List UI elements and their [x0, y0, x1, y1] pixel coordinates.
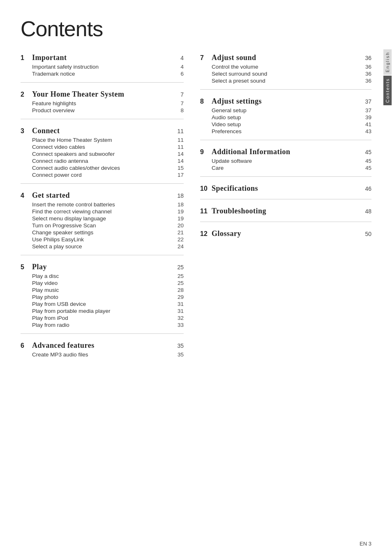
subsection-title: Video setup	[212, 121, 241, 127]
subsection-row: Connect audio cables/other devices15	[21, 164, 184, 171]
section-4: 4Get started18Insert the remote control …	[21, 191, 184, 255]
section-number: 5	[21, 264, 30, 271]
section-header-row: 7Adjust sound36	[200, 53, 371, 62]
subsection-title: Play from portable media player	[32, 308, 111, 314]
section-page: 11	[173, 128, 184, 134]
section-number: 1	[21, 54, 30, 62]
section-page: 37	[361, 98, 371, 105]
subsection-page: 29	[173, 294, 184, 300]
columns-wrapper: 1Important4Important safety instruction4…	[21, 53, 371, 539]
section-title: Additional Information	[212, 148, 361, 156]
subsection-page: 7	[173, 100, 184, 106]
subsection-row: Play from portable media player31	[21, 308, 184, 314]
subsection-row: Play a disc25	[21, 273, 184, 280]
section-header-row: 4Get started18	[21, 191, 184, 200]
subsection-title: Use Philips EasyLink	[32, 236, 84, 243]
section-title: Get started	[32, 191, 173, 200]
subsection-page: 41	[361, 121, 371, 127]
subsection-page: 33	[173, 322, 184, 328]
section-10: 10Specifications46	[200, 184, 371, 199]
subsection-page: 6	[173, 71, 184, 77]
subsection-page: 15	[173, 165, 184, 171]
subsection-page: 11	[173, 144, 184, 150]
subsection-row: General setup37	[200, 107, 371, 114]
subsection-row: Control the volume36	[200, 63, 371, 70]
section-8: 8Adjust settings37General setup37Audio s…	[200, 97, 371, 140]
subsection-title: Select a preset sound	[212, 78, 265, 84]
footer: EN 3	[360, 541, 371, 547]
subsection-title: Play from iPod	[32, 315, 68, 321]
section-number: 9	[200, 148, 209, 156]
subsection-title: Play music	[32, 287, 59, 293]
section-11: 11Troubleshooting48	[200, 207, 371, 222]
subsection-row: Connect radio antenna14	[21, 157, 184, 164]
section-number: 4	[21, 192, 30, 199]
section-header-row: 10Specifications46	[200, 184, 371, 193]
subsection-page: 18	[173, 201, 184, 208]
section-title: Specifications	[212, 184, 361, 193]
subsection-row: Turn on Progressive Scan20	[21, 222, 184, 229]
subsection-title: Connect video cables	[32, 144, 85, 150]
subsection-page: 24	[173, 243, 184, 250]
subsection-page: 4	[173, 64, 184, 70]
subsection-page: 36	[361, 78, 371, 84]
section-page: 46	[361, 185, 371, 192]
page-wrapper: Contents 1Important4Important safety ins…	[0, 0, 392, 555]
subsection-row: Select menu display language19	[21, 215, 184, 222]
section-title: Play	[32, 263, 173, 271]
subsection-page: 14	[173, 151, 184, 157]
section-number: 10	[200, 185, 209, 192]
section-page: 18	[173, 192, 184, 199]
section-6: 6Advanced features35Create MP3 audio fil…	[21, 341, 184, 363]
section-number: 11	[200, 208, 209, 215]
section-page: 35	[173, 342, 184, 349]
subsection-title: Turn on Progressive Scan	[32, 222, 96, 229]
subsection-title: Play a disc	[32, 273, 59, 279]
subsection-row: Find the correct viewing channel19	[21, 208, 184, 215]
subsection-page: 37	[361, 107, 371, 113]
subsection-title: Important safety instruction	[32, 64, 99, 70]
section-header-row: 6Advanced features35	[21, 341, 184, 350]
subsection-row: Product overview8	[21, 107, 184, 114]
section-number: 6	[21, 342, 30, 349]
subsection-row: Preferences43	[200, 128, 371, 135]
subsection-title: Find the correct viewing channel	[32, 208, 112, 215]
subsection-page: 28	[173, 287, 184, 293]
subsection-row: Video setup41	[200, 121, 371, 128]
subsection-title: Play video	[32, 280, 58, 286]
subsection-title: Care	[212, 165, 224, 171]
section-header-row: 8Adjust settings37	[200, 97, 371, 106]
section-title: Adjust sound	[212, 53, 361, 62]
section-page: 4	[173, 55, 184, 61]
subsection-page: 32	[173, 315, 184, 321]
subsection-page: 22	[173, 236, 184, 243]
section-title: Advanced features	[32, 341, 173, 350]
section-12: 12Glossary50	[200, 229, 371, 244]
section-number: 12	[200, 230, 209, 238]
section-number: 3	[21, 127, 30, 135]
subsection-title: Feature highlights	[32, 100, 76, 106]
subsection-page: 45	[361, 165, 371, 171]
subsection-page: 14	[173, 158, 184, 164]
subsection-page: 31	[173, 301, 184, 307]
subsection-title: Connect radio antenna	[32, 158, 88, 164]
subsection-page: 25	[173, 280, 184, 286]
section-header-row: 2Your Home Theater System7	[21, 90, 184, 99]
section-number: 7	[200, 54, 209, 62]
subsection-page: 39	[361, 114, 371, 120]
page-title: Contents	[21, 16, 371, 41]
section-7: 7Adjust sound36Control the volume36Selec…	[200, 53, 371, 90]
section-header-row: 9Additional Information45	[200, 148, 371, 156]
subsection-page: 36	[361, 64, 371, 70]
side-tab-container: English Contents	[383, 49, 392, 105]
section-2: 2Your Home Theater System7Feature highli…	[21, 90, 184, 119]
subsection-row: Connect power cord17	[21, 171, 184, 178]
subsection-title: General setup	[212, 107, 247, 113]
subsection-row: Connect video cables11	[21, 143, 184, 150]
subsection-title: Create MP3 audio files	[32, 352, 88, 358]
subsection-title: Control the volume	[212, 64, 258, 70]
subsection-row: Play music28	[21, 287, 184, 294]
subsection-page: 36	[361, 71, 371, 77]
subsection-page: 17	[173, 172, 184, 178]
subsection-page: 25	[173, 273, 184, 279]
